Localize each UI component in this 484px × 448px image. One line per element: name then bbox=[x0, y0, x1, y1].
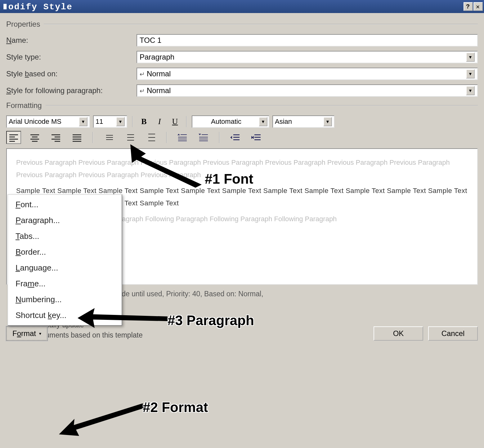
align-center-button[interactable] bbox=[27, 131, 42, 144]
underline-button[interactable]: U bbox=[169, 116, 181, 127]
style-based-on-label: Style based on: bbox=[6, 69, 137, 78]
arrow-2-icon bbox=[59, 400, 146, 437]
menu-item-font[interactable]: Font... bbox=[8, 197, 122, 213]
style-type-label: Style type: bbox=[6, 53, 137, 61]
menu-item-shortcut[interactable]: Shortcut key... bbox=[8, 307, 122, 323]
menu-item-language[interactable]: Language... bbox=[8, 260, 122, 276]
dropdown-arrow-icon: ▼ bbox=[466, 86, 475, 95]
line-spacing-2-button[interactable] bbox=[143, 131, 158, 144]
increase-indent-button[interactable] bbox=[249, 131, 264, 144]
language-combo[interactable]: Asian ▼ bbox=[272, 115, 334, 128]
close-button[interactable]: ✕ bbox=[473, 2, 483, 11]
title-bar: ∎odify Style ? ✕ bbox=[0, 0, 484, 13]
bold-button[interactable]: B bbox=[138, 116, 150, 127]
annotation-2-format: #2 Format bbox=[143, 400, 208, 415]
align-justify-button[interactable] bbox=[69, 131, 84, 144]
formatting-group-label: Formatting bbox=[6, 101, 478, 110]
dropdown-arrow-icon: ▼ bbox=[323, 117, 332, 126]
dropdown-arrow-icon: ▼ bbox=[466, 69, 475, 78]
ok-button[interactable]: OK bbox=[374, 326, 423, 341]
menu-item-border[interactable]: Border... bbox=[8, 244, 122, 260]
menu-item-tabs[interactable]: Tabs... bbox=[8, 228, 122, 244]
style-type-combo[interactable]: Paragraph ▼ bbox=[137, 51, 478, 63]
style-following-label: Style for following paragraph: bbox=[6, 86, 137, 95]
style-based-on-combo[interactable]: ↵Normal ▼ bbox=[137, 68, 478, 80]
dropdown-arrow-icon: ▼ bbox=[466, 52, 475, 62]
menu-item-paragraph[interactable]: Paragraph... bbox=[8, 213, 122, 228]
format-menu-button[interactable]: Format ▾ bbox=[6, 326, 47, 341]
space-before-decrease-button[interactable] bbox=[196, 131, 211, 144]
help-button[interactable]: ? bbox=[464, 2, 473, 11]
preview-previous-text: Previous Paragraph Previous Paragraph Pr… bbox=[16, 156, 468, 181]
properties-group-label: Properties bbox=[6, 20, 478, 29]
dropdown-arrow-icon: ▼ bbox=[259, 117, 267, 126]
svg-marker-2 bbox=[59, 403, 144, 436]
font-size-combo[interactable]: 11 ▼ bbox=[93, 115, 127, 128]
font-family-combo[interactable]: Arial Unicode MS ▼ bbox=[6, 115, 90, 128]
line-spacing-1-button[interactable] bbox=[101, 131, 116, 144]
name-label: Name: bbox=[6, 36, 137, 45]
menu-item-numbering[interactable]: Numbering... bbox=[8, 292, 122, 307]
dropdown-arrow-icon: ▼ bbox=[79, 117, 87, 126]
style-following-combo[interactable]: ↵Normal ▼ bbox=[137, 84, 478, 97]
align-right-button[interactable] bbox=[48, 131, 63, 144]
space-before-increase-button[interactable] bbox=[175, 131, 190, 144]
name-input[interactable]: TOC 1 bbox=[137, 34, 478, 47]
italic-button[interactable]: I bbox=[153, 116, 166, 127]
format-dropdown-menu: Font... Paragraph... Tabs... Border... L… bbox=[7, 194, 122, 326]
window-title: ∎odify Style bbox=[2, 1, 73, 12]
font-color-combo[interactable]: Automatic ▼ bbox=[192, 115, 269, 128]
decrease-indent-button[interactable] bbox=[228, 131, 243, 144]
paragraph-return-icon: ↵ bbox=[140, 87, 145, 94]
dropdown-arrow-icon: ▼ bbox=[116, 117, 125, 126]
line-spacing-1-5-button[interactable] bbox=[122, 131, 137, 144]
menu-item-frame[interactable]: Frame... bbox=[8, 276, 122, 292]
paragraph-return-icon: ↵ bbox=[140, 71, 145, 78]
menu-arrow-icon: ▾ bbox=[39, 331, 41, 336]
cancel-button[interactable]: Cancel bbox=[428, 326, 478, 341]
align-left-button[interactable] bbox=[6, 131, 21, 144]
